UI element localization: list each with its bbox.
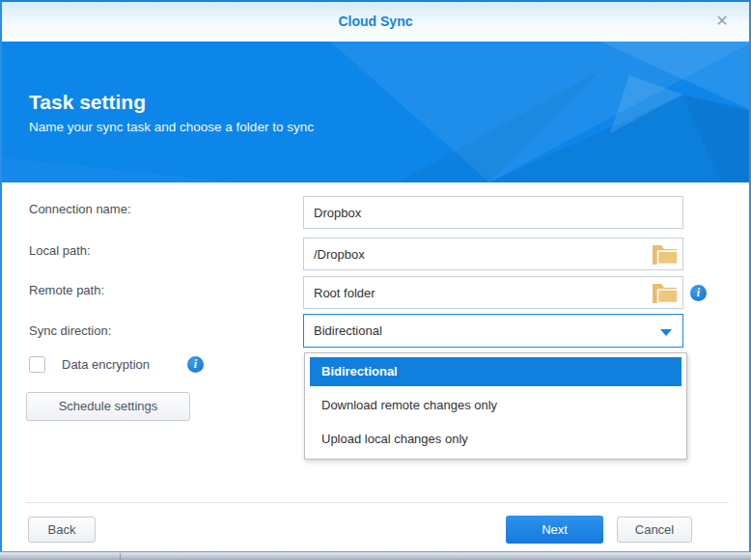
remote-path-label: Remote path:	[29, 283, 104, 297]
connection-name-input[interactable]	[303, 196, 683, 229]
data-encryption-label: Data encryption	[62, 357, 150, 372]
dropdown-option-download-only[interactable]: Download remote changes only	[310, 391, 681, 420]
dialog-titlebar: Cloud Sync ✕	[2, 2, 749, 42]
footer-divider	[26, 502, 729, 503]
sync-direction-options-list: Bidirectional Download remote changes on…	[304, 352, 687, 460]
task-setting-banner: Task setting Name your sync task and cho…	[2, 42, 749, 182]
data-encryption-checkbox[interactable]	[29, 356, 45, 373]
schedule-settings-button[interactable]: Schedule settings	[26, 392, 190, 421]
sync-direction-dropdown[interactable]: Bidirectional	[303, 314, 683, 348]
background-column-divider	[120, 553, 121, 560]
page-title: Task setting	[29, 91, 146, 114]
local-path-label: Local path:	[29, 243, 91, 258]
sync-direction-value: Bidirectional	[314, 323, 382, 338]
dropdown-option-bidirectional[interactable]: Bidirectional	[310, 357, 681, 386]
connection-name-label: Connection name:	[29, 202, 131, 216]
background-window-edge	[0, 551, 751, 560]
cancel-button[interactable]: Cancel	[617, 517, 692, 543]
local-path-browse-folder-icon[interactable]	[651, 240, 680, 267]
dialog-title: Cloud Sync	[2, 14, 749, 29]
page-subtitle: Name your sync task and choose a folder …	[29, 120, 314, 134]
local-path-input[interactable]	[303, 238, 683, 270]
cloud-sync-dialog: Cloud Sync ✕ Task setting Name your sync…	[0, 0, 751, 551]
data-encryption-info-icon[interactable]: i	[187, 356, 204, 373]
next-button[interactable]: Next	[506, 516, 603, 544]
remote-path-browse-folder-icon[interactable]	[651, 279, 680, 306]
chevron-down-icon	[660, 329, 672, 336]
dropdown-option-upload-only[interactable]: Upload local changes only	[310, 425, 681, 454]
screen: Cloud Sync ✕ Task setting Name your sync…	[0, 0, 751, 560]
remote-path-input[interactable]	[303, 276, 683, 309]
sync-direction-label: Sync direction:	[29, 323, 111, 338]
close-icon[interactable]: ✕	[712, 12, 732, 31]
remote-path-info-icon[interactable]: i	[690, 285, 707, 301]
back-button[interactable]: Back	[28, 517, 96, 543]
